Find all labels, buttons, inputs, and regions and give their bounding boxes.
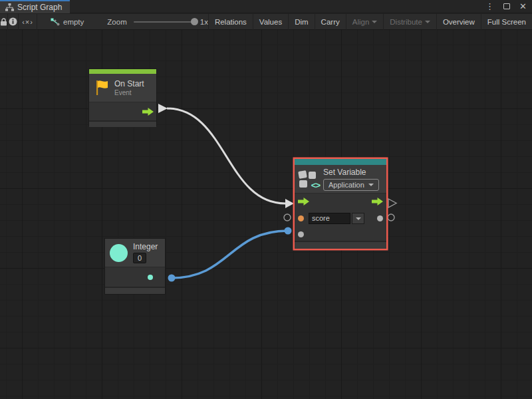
integer-node[interactable]: Integer 0	[104, 238, 166, 295]
variable-name-input-port[interactable]	[298, 215, 304, 221]
graph-tree-icon	[5, 3, 14, 11]
carry-button[interactable]: Carry	[315, 14, 346, 30]
lock-icon	[0, 18, 7, 26]
zoom-slider-handle[interactable]	[191, 18, 198, 25]
chevron-down-icon	[425, 21, 430, 23]
variable-name-dropdown-button[interactable]	[352, 213, 364, 224]
flow-output-port[interactable]	[142, 108, 154, 116]
tab-script-graph[interactable]: Script Graph	[0, 0, 70, 13]
value-output-port[interactable]	[377, 215, 383, 221]
graph-pointer-icon	[51, 18, 60, 26]
node-title: Integer	[133, 242, 158, 251]
chevron-down-icon	[356, 217, 361, 220]
window-controls: ⋮ ✕	[485, 0, 532, 13]
variable-scope-dropdown[interactable]: Application	[323, 179, 379, 191]
flow-input-port[interactable]	[298, 198, 309, 205]
flow-wire-source-arrow	[158, 104, 168, 113]
value-wire	[172, 231, 288, 278]
output-port-hint-circle[interactable]	[388, 214, 394, 221]
node-title: Set Variable	[323, 168, 379, 177]
menu-icon[interactable]: ⋮	[485, 2, 494, 11]
chevron-down-icon	[372, 21, 377, 23]
close-icon[interactable]: ✕	[519, 2, 527, 11]
graph-pointer-label: empty	[63, 18, 84, 26]
output-port-hint-triangle[interactable]	[388, 199, 396, 207]
on-start-node[interactable]: On Start Event	[88, 68, 157, 126]
lock-button[interactable]	[0, 14, 7, 30]
zoom-label: Zoom	[107, 18, 126, 26]
align-dropdown-button[interactable]: Align	[346, 14, 384, 30]
flag-icon	[94, 79, 110, 96]
fullscreen-button[interactable]: Full Screen	[481, 14, 532, 30]
node-color-stripe	[295, 159, 386, 165]
tab-title: Script Graph	[17, 3, 62, 12]
value-wire-dest-dot	[285, 227, 292, 235]
node-subtitle: Event	[114, 89, 144, 96]
distribute-dropdown-button[interactable]: Distribute	[383, 14, 436, 30]
code-brackets-icon: <>	[311, 180, 320, 190]
graph-toolbar: ‹×› empty Zoom 1x Relations Values Dim C…	[0, 14, 532, 30]
variable-name-field[interactable]: score	[309, 213, 350, 224]
graph-pointer-status[interactable]: empty	[51, 18, 84, 26]
chevron-down-icon	[368, 184, 374, 186]
relations-button[interactable]: Relations	[208, 14, 253, 30]
tab-bar: Script Graph ⋮ ✕	[0, 0, 532, 13]
integer-type-icon	[110, 244, 128, 262]
value-wire-source-dot	[168, 275, 176, 282]
graph-canvas[interactable]: On Start Event	[0, 30, 532, 399]
variables-icon: <>	[299, 170, 319, 188]
script-graph-window: Script Graph ⋮ ✕ ‹×›	[0, 0, 532, 399]
flow-wire-dest-arrow	[285, 199, 294, 208]
overview-button[interactable]: Overview	[436, 14, 481, 30]
values-button[interactable]: Values	[253, 14, 288, 30]
input-port-hint-circle[interactable]	[284, 214, 291, 221]
node-color-stripe	[89, 69, 156, 74]
value-input-port[interactable]	[298, 231, 304, 237]
zoom-control: Zoom 1x	[107, 18, 208, 26]
flow-output-port[interactable]	[372, 198, 383, 205]
angle-brackets-button[interactable]: ‹×›	[19, 14, 37, 30]
flow-wire	[167, 108, 285, 203]
info-icon	[9, 17, 17, 26]
maximize-icon[interactable]	[503, 3, 510, 9]
info-button[interactable]	[8, 14, 18, 30]
connection-wires	[0, 30, 532, 399]
integer-output-port[interactable]	[148, 275, 153, 280]
dim-button[interactable]: Dim	[288, 14, 314, 30]
zoom-value: 1x	[200, 18, 208, 26]
angle-brackets-x-icon: ‹×›	[22, 18, 33, 26]
node-title: On Start	[114, 79, 144, 88]
set-variable-node[interactable]: <> Set Variable Application	[295, 159, 386, 249]
zoom-slider[interactable]	[134, 21, 195, 23]
integer-value-field[interactable]: 0	[133, 253, 146, 263]
